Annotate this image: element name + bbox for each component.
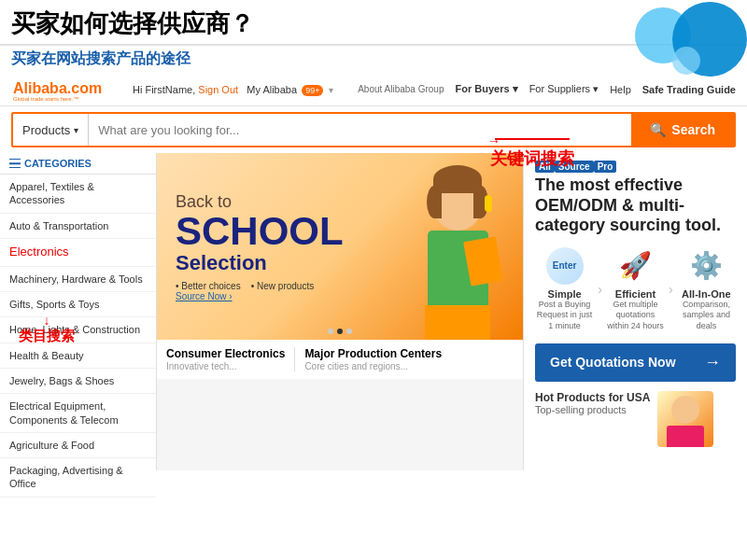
hot-products-image: [657, 391, 713, 447]
all-in-one-label: All-In-One: [677, 288, 736, 300]
right-panel: AliSourcePro The most effective OEM/ODM …: [523, 153, 747, 470]
alisource-header: AliSourcePro The most effective OEM/ODM …: [524, 153, 747, 240]
hot-products-section: Hot Products for USA Top-selling product…: [524, 385, 747, 453]
dot-1[interactable]: [328, 329, 333, 334]
page-wrapper: 买家如何选择供应商？ 买家在网站搜索产品的途径 Alibaba.com Glob…: [0, 0, 747, 560]
sidebar-item-jewelry[interactable]: Jewelry, Bags & Shoes: [0, 369, 156, 394]
dropdown-arrow-icon[interactable]: ▾: [329, 85, 333, 95]
banner-dots: [328, 329, 352, 334]
rocket-icon: 🚀: [617, 247, 655, 285]
source-now-link[interactable]: Source Now ›: [176, 291, 344, 301]
center-banner-area: Back to SCHOOL Selection • Better choice…: [157, 153, 523, 470]
hot-title: Hot Products for USA: [535, 391, 650, 404]
efficient-desc: Get multiple quotations within 24 hours: [606, 300, 665, 332]
hot-products-text: Hot Products for USA Top-selling product…: [535, 391, 650, 415]
banner-text: Back to SCHOOL Selection • Better choice…: [176, 192, 344, 301]
gear-icon: ⚙️: [687, 247, 725, 285]
sidebar-item-health[interactable]: Health & Beauty: [0, 343, 156, 369]
help-menu[interactable]: Help: [610, 84, 631, 95]
svg-text:Alibaba.com: Alibaba.com: [13, 80, 102, 96]
efficient-block: 🚀 Efficient Get multiple quotations with…: [606, 247, 665, 332]
bottom-row: Consumer Electronics Innovative tech... …: [157, 340, 523, 379]
nav-bar: Alibaba.com Global trade starts here.™ H…: [0, 73, 747, 106]
sidebar-item-packaging[interactable]: Packaging, Advertising & Office: [0, 458, 156, 497]
consumer-electronics[interactable]: Consumer Electronics Innovative tech...: [166, 347, 285, 371]
efficient-label: Efficient: [606, 288, 665, 300]
greeting: Hi FirstName,: [133, 84, 195, 95]
logo-area: Alibaba.com Global trade starts here.™: [11, 77, 114, 103]
get-quotations-button[interactable]: Get Quotations Now →: [535, 343, 736, 382]
nav-user: Hi FirstName, Sign Out My Alibaba 99+ ▾: [133, 84, 358, 95]
sub-title-bar: 买家在网站搜索产品的途径: [0, 46, 747, 73]
alisource-brand: AliSourcePro: [535, 161, 736, 172]
search-bar: Products ▾ 🔍 Search: [11, 112, 736, 147]
alibaba-logo: Alibaba.com Global trade starts here.™: [11, 77, 114, 103]
nav-right: About Alibaba Group For Buyers ▾ For Sup…: [358, 83, 736, 95]
banner-line3: Selection: [176, 251, 344, 275]
alisource-icons: Enter Simple Post a Buying Request in ju…: [524, 240, 747, 340]
decor-circle-3: [672, 47, 700, 75]
main-title: 买家如何选择供应商？: [11, 7, 736, 40]
for-suppliers-menu[interactable]: For Suppliers ▾: [529, 83, 599, 95]
notification-badge: 99+: [302, 85, 323, 96]
dot-2[interactable]: [337, 329, 343, 334]
bottom-divider: [294, 347, 295, 371]
major-production-centers[interactable]: Major Production Centers Core cities and…: [304, 347, 442, 371]
main-content: CATEGORIES Apparel, Textiles & Accessori…: [0, 153, 747, 470]
sign-out-link[interactable]: Sign Out: [198, 84, 238, 95]
sidebar-item-machinery[interactable]: Machinery, Hardware & Tools: [0, 267, 156, 292]
sidebar-item-electrical[interactable]: Electrical Equipment,Components & Teleco…: [0, 394, 156, 433]
all-in-one-block: ⚙️ All-In-One Comparison, samples and de…: [677, 247, 736, 332]
cta-arrow-icon: →: [704, 353, 721, 372]
arrow-icon-2: ›: [669, 282, 673, 297]
dropdown-arrow-icon: ▾: [74, 125, 78, 135]
my-alibaba[interactable]: My Alibaba: [247, 84, 297, 95]
sidebar-item-electronics[interactable]: Electronics: [0, 239, 156, 267]
sidebar-item-auto[interactable]: Auto & Transportation: [0, 214, 156, 239]
simple-label: Simple: [535, 288, 594, 300]
arrow-icon-1: ›: [598, 282, 602, 297]
dot-3[interactable]: [346, 329, 352, 334]
sidebar: CATEGORIES Apparel, Textiles & Accessori…: [0, 153, 157, 470]
sidebar-item-apparel[interactable]: Apparel, Textiles & Accessories: [0, 175, 156, 214]
sidebar-item-home[interactable]: Home, Lights & Construction: [0, 317, 156, 343]
ali-source-logo: Ali: [535, 161, 555, 173]
list-icon: [9, 159, 21, 168]
alisource-tagline: The most effective OEM/ODM & multi-categ…: [535, 175, 736, 236]
source-pro-badge: Source: [555, 161, 594, 173]
for-buyers-menu[interactable]: For Buyers ▾: [456, 83, 518, 95]
safe-trading-link[interactable]: Safe Trading Guide: [642, 84, 736, 95]
search-input[interactable]: [89, 114, 631, 146]
sidebar-item-gifts[interactable]: Gifts, Sports & Toys: [0, 292, 156, 317]
about-alibaba-link[interactable]: About Alibaba Group: [358, 84, 444, 94]
hot-subtitle: Top-selling products: [535, 404, 650, 415]
sidebar-header: CATEGORIES: [0, 153, 156, 175]
banner-girl-figure: [402, 158, 514, 340]
enter-icon: Enter: [546, 247, 584, 285]
simple-desc: Post a Buying Request in just 1 minute: [535, 300, 594, 332]
svg-text:Global trade starts here.™: Global trade starts here.™: [13, 96, 78, 102]
search-button[interactable]: 🔍 Search: [631, 114, 734, 146]
banner-bullets: • Better choices • New products: [176, 281, 344, 291]
search-icon: 🔍: [650, 122, 666, 137]
sidebar-item-agriculture[interactable]: Agriculture & Food: [0, 433, 156, 458]
simple-block: Enter Simple Post a Buying Request in ju…: [535, 247, 594, 332]
banner: Back to SCHOOL Selection • Better choice…: [157, 153, 523, 340]
all-in-one-desc: Comparison, samples and deals: [677, 300, 736, 332]
products-dropdown[interactable]: Products ▾: [13, 114, 89, 146]
banner-line2: SCHOOL: [176, 212, 344, 251]
sub-title: 买家在网站搜索产品的途径: [11, 49, 736, 69]
